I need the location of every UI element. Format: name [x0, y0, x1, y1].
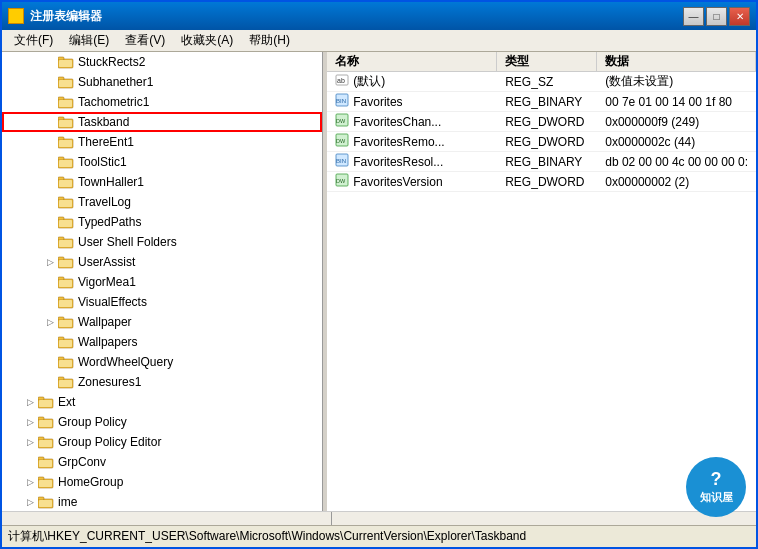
tree-item-subhanether1[interactable]: Subhanether1 — [2, 72, 322, 92]
value-row-favoriteschan[interactable]: DWFavoritesChan...REG_DWORD0x000000f9 (2… — [327, 112, 756, 132]
folder-icon-townhaller1 — [58, 175, 74, 189]
values-header: 名称 类型 数据 — [327, 52, 756, 72]
folder-icon-visualeffects — [58, 295, 74, 309]
tree-item-grouppolicyeditor[interactable]: ▷ Group Policy Editor — [2, 432, 322, 452]
tree-item-wordwheelquery[interactable]: WordWheelQuery — [2, 352, 322, 372]
title-bar-left: 注册表编辑器 — [8, 8, 102, 25]
tree-item-taskband[interactable]: Taskband — [2, 112, 322, 132]
value-row-favoritesremo[interactable]: DWFavoritesRemo...REG_DWORD0x0000002c (4… — [327, 132, 756, 152]
svg-rect-46 — [58, 357, 64, 360]
expand-icon-thereent1 — [42, 132, 58, 152]
svg-rect-38 — [59, 300, 72, 307]
folder-icon-vigormea1 — [58, 275, 74, 289]
expand-icon-vigormea1 — [42, 272, 58, 292]
folder-icon-typedpaths — [58, 215, 74, 229]
tree-item-label-townhaller1: TownHaller1 — [78, 175, 144, 189]
tree-item-label-userassist: UserAssist — [78, 255, 135, 269]
tree-item-label-travellog: TravelLog — [78, 195, 131, 209]
tree-item-usershellfolders[interactable]: User Shell Folders — [2, 232, 322, 252]
tree-item-userassist[interactable]: ▷ UserAssist — [2, 252, 322, 272]
tree-item-typedpaths[interactable]: TypedPaths — [2, 212, 322, 232]
menu-file[interactable]: 文件(F) — [6, 30, 61, 51]
h-scroll-left[interactable] — [2, 512, 332, 525]
folder-icon-usershellfolders — [58, 235, 74, 249]
svg-rect-37 — [58, 297, 64, 300]
svg-rect-43 — [58, 337, 64, 340]
tree-item-label-wordwheelquery: WordWheelQuery — [78, 355, 173, 369]
value-type-favoritesversion: REG_DWORD — [497, 175, 597, 189]
svg-rect-23 — [59, 200, 72, 207]
expand-icon-ime[interactable]: ▷ — [22, 492, 38, 511]
svg-rect-29 — [59, 240, 72, 247]
value-data-favoritesresol: db 02 00 00 4c 00 00 00 0: — [597, 155, 756, 169]
tree-item-ext[interactable]: ▷ Ext — [2, 392, 322, 412]
svg-rect-8 — [59, 100, 72, 107]
svg-rect-7 — [58, 97, 64, 100]
menu-help[interactable]: 帮助(H) — [241, 30, 298, 51]
expand-icon-userassist[interactable]: ▷ — [42, 252, 58, 272]
svg-text:DW: DW — [336, 118, 346, 124]
value-type-favoritesremo: REG_DWORD — [497, 135, 597, 149]
tree-item-wallpaper[interactable]: ▷ Wallpaper — [2, 312, 322, 332]
value-name-favoritesremo: DWFavoritesRemo... — [327, 133, 497, 150]
reg-type-icon-favoriteschan: DW — [335, 113, 349, 130]
value-row-favorites[interactable]: BINFavoritesREG_BINARY00 7e 01 00 14 00 … — [327, 92, 756, 112]
expand-icon-homegroup[interactable]: ▷ — [22, 472, 38, 492]
tree-item-label-grpconv: GrpConv — [58, 455, 106, 469]
values-list[interactable]: ab(默认)REG_SZ(数值未设置)BINFavoritesREG_BINAR… — [327, 72, 756, 511]
tree-item-stuckrcts2[interactable]: StuckRects2 — [2, 52, 322, 72]
tree-item-grpconv[interactable]: GrpConv — [2, 452, 322, 472]
tree-scroll[interactable]: StuckRects2 Subhanether1 Tachometric1 Ta… — [2, 52, 322, 511]
menu-edit[interactable]: 编辑(E) — [61, 30, 117, 51]
tree-item-toolstic1[interactable]: ToolStic1 — [2, 152, 322, 172]
tree-item-vigormea1[interactable]: VigorMea1 — [2, 272, 322, 292]
value-name-text-favoritesremo: FavoritesRemo... — [353, 135, 444, 149]
tree-item-grouppolicy[interactable]: ▷ Group Policy — [2, 412, 322, 432]
tree-item-zonesures1[interactable]: Zonesures1 — [2, 372, 322, 392]
folder-icon-wordwheelquery — [58, 355, 74, 369]
tree-item-ime[interactable]: ▷ ime — [2, 492, 322, 511]
svg-rect-40 — [58, 317, 64, 320]
tree-item-label-subhanether1: Subhanether1 — [78, 75, 153, 89]
tree-item-label-usershellfolders: User Shell Folders — [78, 235, 177, 249]
tree-item-wallpapers[interactable]: Wallpapers — [2, 332, 322, 352]
value-row-default[interactable]: ab(默认)REG_SZ(数值未设置) — [327, 72, 756, 92]
tree-item-visualeffects[interactable]: VisualEffects — [2, 292, 322, 312]
tree-item-thereent1[interactable]: ThereEnt1 — [2, 132, 322, 152]
folder-icon-grouppolicy — [38, 415, 54, 429]
maximize-button[interactable]: □ — [706, 7, 727, 26]
value-type-default: REG_SZ — [497, 75, 597, 89]
expand-icon-ext[interactable]: ▷ — [22, 392, 38, 412]
h-scroll-right[interactable] — [332, 512, 756, 525]
folder-icon-subhanether1 — [58, 75, 74, 89]
tree-item-label-typedpaths: TypedPaths — [78, 215, 141, 229]
tree-item-homegroup[interactable]: ▷ HomeGroup — [2, 472, 322, 492]
tree-item-label-toolstic1: ToolStic1 — [78, 155, 127, 169]
menu-favorites[interactable]: 收藏夹(A) — [173, 30, 241, 51]
h-scroll-area[interactable] — [2, 511, 756, 525]
expand-icon-wallpaper[interactable]: ▷ — [42, 312, 58, 332]
value-type-favoriteschan: REG_DWORD — [497, 115, 597, 129]
svg-text:BIN: BIN — [336, 98, 346, 104]
value-row-favoritesversion[interactable]: DWFavoritesVersionREG_DWORD0x00000002 (2… — [327, 172, 756, 192]
tree-item-travellog[interactable]: TravelLog — [2, 192, 322, 212]
value-row-favoritesresol[interactable]: BINFavoritesResol...REG_BINARYdb 02 00 0… — [327, 152, 756, 172]
svg-rect-64 — [38, 477, 44, 480]
minimize-button[interactable]: — — [683, 7, 704, 26]
svg-rect-5 — [59, 80, 72, 87]
menu-view[interactable]: 查看(V) — [117, 30, 173, 51]
tree-item-townhaller1[interactable]: TownHaller1 — [2, 172, 322, 192]
expand-icon-toolstic1 — [42, 152, 58, 172]
value-name-text-favoritesversion: FavoritesVersion — [353, 175, 442, 189]
close-button[interactable]: ✕ — [729, 7, 750, 26]
expand-icon-grouppolicy[interactable]: ▷ — [22, 412, 38, 432]
tree-item-tachometric1[interactable]: Tachometric1 — [2, 92, 322, 112]
app-icon — [8, 8, 24, 24]
tree-item-label-grouppolicyeditor: Group Policy Editor — [58, 435, 161, 449]
folder-icon-grouppolicyeditor — [38, 435, 54, 449]
value-type-favoritesresol: REG_BINARY — [497, 155, 597, 169]
tree-item-label-ext: Ext — [58, 395, 75, 409]
expand-icon-grouppolicyeditor[interactable]: ▷ — [22, 432, 38, 452]
reg-type-icon-favoritesversion: DW — [335, 173, 349, 190]
expand-icon-travellog — [42, 192, 58, 212]
